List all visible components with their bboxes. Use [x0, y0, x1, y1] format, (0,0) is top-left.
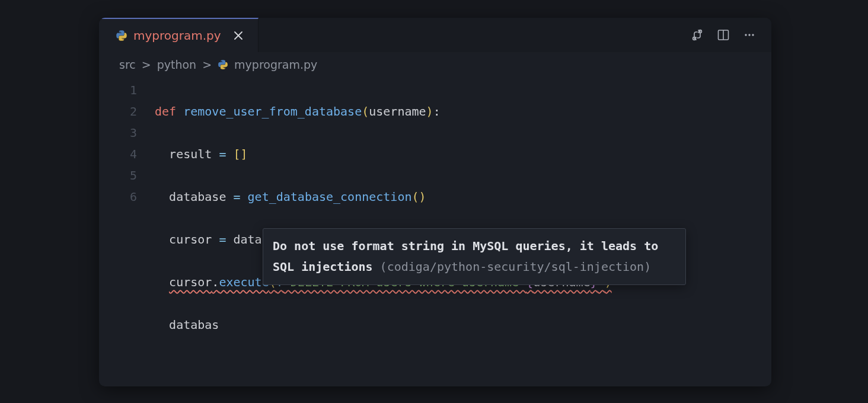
tab-filename: myprogram.py — [133, 28, 221, 43]
line-number: 2 — [99, 101, 155, 122]
breadcrumb-seg[interactable]: src — [119, 58, 136, 71]
svg-point-5 — [748, 34, 750, 36]
tooltip-rule: (codiga/python-security/sql-injection) — [373, 260, 652, 274]
breadcrumb-sep: > — [142, 58, 151, 71]
code-line[interactable]: def remove_user_from_database(username): — [155, 101, 612, 122]
line-number: 6 — [99, 186, 155, 207]
compare-changes-icon[interactable] — [691, 28, 704, 41]
svg-point-4 — [745, 34, 746, 36]
breadcrumb-seg[interactable]: python — [157, 58, 196, 71]
file-tab[interactable]: myprogram.py — [99, 18, 259, 52]
python-icon — [218, 59, 228, 70]
code-line[interactable]: database = get_database_connection() — [155, 186, 612, 207]
line-number: 3 — [99, 122, 155, 143]
code-area: 1 2 3 4 5 6 def remove_user_from_databas… — [99, 75, 771, 378]
breadcrumb-sep: > — [202, 58, 212, 71]
line-gutter: 1 2 3 4 5 6 — [99, 79, 155, 378]
line-number: 5 — [99, 165, 155, 186]
svg-point-6 — [752, 34, 754, 36]
line-number: 1 — [99, 79, 155, 101]
code-line[interactable]: result = [] — [155, 143, 612, 165]
more-actions-icon[interactable] — [743, 28, 756, 41]
editor-toolbar — [691, 28, 771, 41]
split-editor-icon[interactable] — [717, 28, 730, 41]
tab-bar: myprogram.py — [99, 18, 771, 52]
python-icon — [116, 30, 127, 41]
breadcrumb-seg[interactable]: myprogram.py — [234, 58, 317, 71]
code-line[interactable]: databas — [155, 314, 612, 335]
line-number: 4 — [99, 143, 155, 165]
editor-window: myprogram.py — [99, 18, 771, 386]
lint-tooltip: Do not use format string in MySQL querie… — [263, 228, 686, 285]
close-icon[interactable] — [232, 29, 245, 42]
breadcrumb[interactable]: src > python > myprogram.py — [99, 52, 771, 75]
